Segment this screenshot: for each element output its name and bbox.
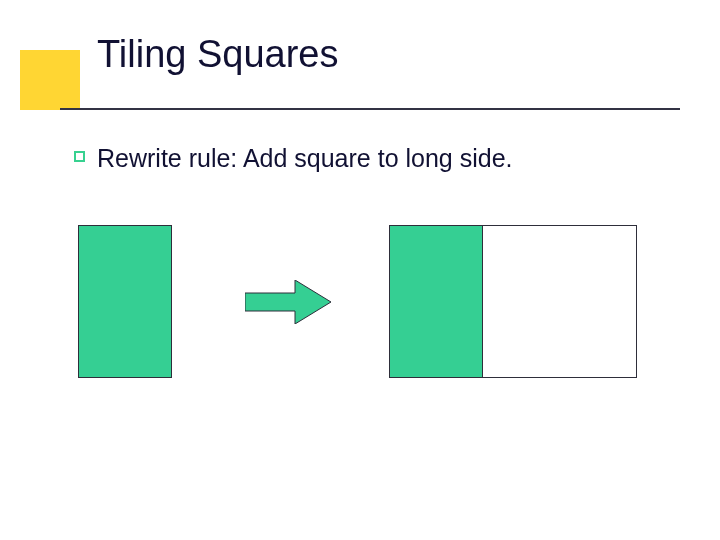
diagram-input-rectangle <box>78 225 172 378</box>
diagram-output-rectangle <box>389 225 483 378</box>
title-underline <box>60 108 680 110</box>
right-arrow-icon <box>245 280 331 328</box>
title-accent-block <box>20 50 80 110</box>
bullet-square-icon <box>74 151 85 162</box>
svg-marker-0 <box>245 280 331 324</box>
slide-title: Tiling Squares <box>97 33 339 76</box>
diagram-output-added-square <box>482 225 637 378</box>
slide-body-text: Rewrite rule: Add square to long side. <box>97 144 513 173</box>
diagram-output-group <box>389 225 637 378</box>
